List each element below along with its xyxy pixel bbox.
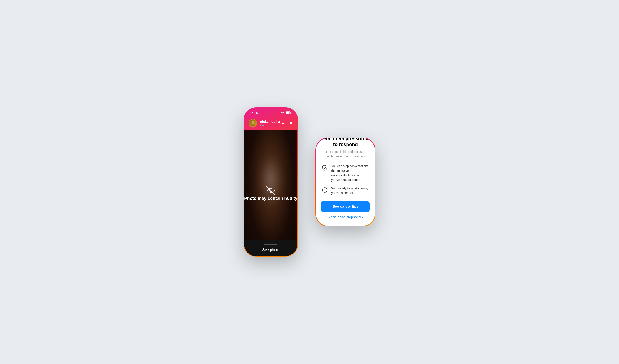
photo-content-area: Photo may contain nudity See photo bbox=[244, 130, 297, 256]
dm-header-info: Ricky Padilla 2m bbox=[260, 120, 282, 127]
phone1-status-bar: 09:41 bbox=[244, 108, 297, 117]
sheet-subtitle: The photo is blurred because nudity prot… bbox=[321, 150, 370, 159]
battery-icon bbox=[286, 111, 291, 115]
shield-check-icon bbox=[321, 164, 328, 171]
photo-warning-text: Photo may contain nudity bbox=[244, 196, 297, 201]
close-icon[interactable]: ✕ bbox=[289, 120, 293, 126]
eye-slash-icon bbox=[265, 185, 276, 196]
safety-text-2: With safety tools like block, you're in … bbox=[331, 186, 370, 195]
svg-point-3 bbox=[252, 121, 254, 124]
avatar-photo bbox=[249, 119, 257, 127]
dm-header-actions: ··· ✕ bbox=[282, 120, 293, 126]
phone1-time: 09:41 bbox=[250, 111, 260, 115]
more-options-icon[interactable]: ··· bbox=[282, 120, 286, 126]
block-user-link[interactable]: Block jaded.elephant17 bbox=[321, 215, 370, 219]
svg-point-0 bbox=[282, 114, 283, 114]
safety-item-2: i With safety tools like block, you're i… bbox=[321, 186, 370, 195]
phone2-screen: 09:41 bbox=[316, 138, 375, 226]
phone1-status-icons bbox=[276, 111, 291, 115]
dm-sender-name: Ricky Padilla bbox=[260, 120, 282, 124]
signal-icon bbox=[276, 112, 280, 115]
dm-header: Ricky Padilla 2m ··· ✕ bbox=[244, 117, 297, 130]
phone1-screen: 09:41 bbox=[244, 108, 297, 256]
sender-avatar bbox=[249, 119, 257, 127]
safety-bottom-sheet: ♥ Don't feel pressured to respond The ph… bbox=[316, 138, 375, 226]
phone2-frame: 09:41 bbox=[315, 138, 375, 226]
info-icon: i bbox=[321, 187, 328, 194]
see-photo-button[interactable]: See photo bbox=[248, 248, 293, 252]
svg-point-4 bbox=[251, 124, 255, 126]
sheet-divider bbox=[264, 244, 277, 245]
svg-rect-2 bbox=[286, 112, 290, 114]
dm-timestamp: 2m bbox=[260, 124, 282, 127]
wifi-icon bbox=[281, 111, 284, 115]
safety-item-1: You can stop conversations that make you… bbox=[321, 164, 370, 182]
see-safety-tips-button[interactable]: See safety tips bbox=[321, 201, 370, 212]
sheet-title: Don't feel pressured to respond bbox=[321, 138, 370, 147]
see-photo-bar[interactable]: See photo bbox=[244, 240, 297, 256]
phone1-frame: 09:41 bbox=[244, 107, 298, 257]
safety-text-1: You can stop conversations that make you… bbox=[331, 164, 370, 182]
